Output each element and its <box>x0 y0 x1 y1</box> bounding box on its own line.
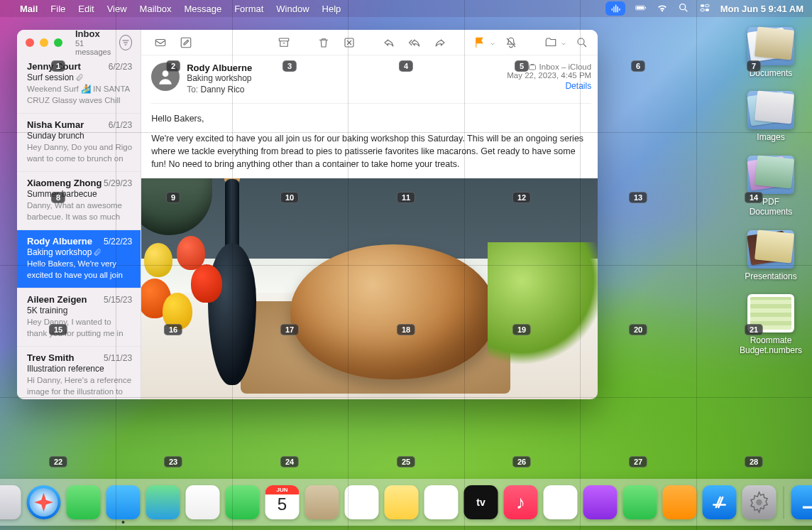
archive-button[interactable] <box>272 33 296 52</box>
dock-maps[interactable] <box>146 485 180 519</box>
attachment-icon <box>75 73 84 82</box>
dock-reminders[interactable] <box>345 485 379 519</box>
move-menu-chevron[interactable]: ⌵ <box>561 38 566 46</box>
dock-facetime[interactable] <box>226 485 260 519</box>
dock-safari[interactable] <box>27 485 61 519</box>
dock-notes[interactable] <box>385 485 419 519</box>
dock-appstore[interactable] <box>703 485 737 519</box>
message-item[interactable]: Xiaomeng Zhong5/29/23 Summer barbecue Da… <box>17 172 141 230</box>
msg-preview: Weekend Surf 🏄 IN SANTA CRUZ Glassy wave… <box>27 84 132 106</box>
body-text: We're very excited to have you all join … <box>151 132 591 171</box>
msg-date: 5/11/23 <box>104 353 132 363</box>
flag-button[interactable] <box>468 33 492 52</box>
mail-content: ⌵ ⌵ Rody Albuerne Baking workshop To: Da… <box>141 30 598 399</box>
svg-rect-15 <box>529 65 535 70</box>
dock-pages[interactable] <box>663 485 697 519</box>
get-mail-button[interactable] <box>148 33 172 52</box>
dock-settings[interactable] <box>742 485 777 519</box>
spotlight-icon[interactable] <box>678 2 689 16</box>
message-item[interactable]: Nisha Kumar6/1/23 Sunday brunch Hey Dann… <box>17 114 141 172</box>
reply-button[interactable] <box>377 33 401 52</box>
msg-subject: Baking workshop <box>27 247 132 257</box>
control-center-icon[interactable] <box>699 2 710 16</box>
msg-preview: Hey Danny, Do you and Rigo want to come … <box>27 142 132 164</box>
svg-rect-6 <box>705 4 708 6</box>
dock-music[interactable]: ♪ <box>504 485 538 519</box>
dock-news[interactable] <box>544 485 578 519</box>
menu-mailbox[interactable]: Mailbox <box>140 4 172 14</box>
dock: JUN5tv♪ <box>0 479 812 526</box>
mute-button[interactable] <box>499 33 523 52</box>
compose-button[interactable] <box>174 33 198 52</box>
menu-file[interactable]: File <box>50 4 65 14</box>
desktop-folder-images[interactable]: Images <box>740 91 802 142</box>
details-link[interactable]: Details <box>507 81 591 91</box>
menu-help[interactable]: Help <box>322 4 341 14</box>
forward-button[interactable] <box>428 33 452 52</box>
reply-all-button[interactable] <box>402 33 427 52</box>
menu-window[interactable]: Window <box>276 4 309 14</box>
flag-menu-chevron[interactable]: ⌵ <box>490 38 495 46</box>
svg-rect-1 <box>636 6 643 9</box>
message-item[interactable]: Aileen Zeigen5/15/23 5K training Hey Dan… <box>17 288 141 347</box>
svg-point-14 <box>163 70 169 77</box>
msg-preview: Hi Danny, Here's a reference image for t… <box>27 375 132 397</box>
msg-date: 5/15/23 <box>104 295 132 305</box>
dock-numbers[interactable] <box>623 485 657 519</box>
msg-from: Nisha Kumar <box>27 119 84 130</box>
battery-icon[interactable] <box>635 2 647 16</box>
move-button[interactable] <box>539 33 563 52</box>
msg-from: Aileen Zeigen <box>27 294 87 305</box>
menu-format[interactable]: Format <box>234 4 263 14</box>
dock-mail[interactable] <box>106 485 141 519</box>
menu-view[interactable]: View <box>107 4 127 14</box>
msg-date: 5/29/23 <box>104 178 132 188</box>
body-greeting: Hello Bakers, <box>151 112 591 125</box>
search-button[interactable] <box>570 33 594 52</box>
window-zoom-button[interactable] <box>54 38 62 47</box>
mailbox-title: Inbox <box>75 30 114 39</box>
dock-contacts[interactable] <box>305 485 339 519</box>
dock-freeform[interactable] <box>424 485 459 519</box>
dock-messages[interactable] <box>67 485 101 519</box>
svg-line-4 <box>685 9 687 11</box>
desktop-folder-documents[interactable]: Documents <box>740 27 802 78</box>
window-minimize-button[interactable] <box>40 38 48 47</box>
filter-button[interactable] <box>119 35 132 50</box>
message-attachment-image <box>141 178 598 400</box>
desktop-folder-pdf[interactable]: PDF Documents <box>740 156 802 217</box>
svg-point-13 <box>578 38 584 45</box>
message-item[interactable]: Rody Albuerne5/22/23 Baking workshop Hel… <box>17 230 141 288</box>
svg-rect-8 <box>705 9 708 11</box>
svg-rect-7 <box>701 9 704 11</box>
menu-edit[interactable]: Edit <box>78 4 94 14</box>
dock-downloads[interactable] <box>791 485 813 519</box>
menu-message[interactable]: Message <box>184 4 221 14</box>
msg-from: Jenny Court <box>27 61 81 72</box>
delete-button[interactable] <box>312 33 336 52</box>
msg-subject: Illustration reference <box>27 364 132 374</box>
dock-calendar[interactable]: JUN5 <box>265 485 300 519</box>
svg-rect-2 <box>644 6 645 8</box>
msg-preview: Hello Bakers, We're very excited to have… <box>27 259 132 281</box>
wifi-icon[interactable] <box>657 2 668 16</box>
voice-control-icon[interactable] <box>605 1 625 16</box>
dock-launchpad[interactable] <box>0 485 21 519</box>
junk-button[interactable] <box>337 33 361 52</box>
desktop-file-budget[interactable]: Roommate Budget.numbers <box>740 294 802 356</box>
menubar-clock[interactable]: Mon Jun 5 9:41 AM <box>720 4 803 14</box>
dock-photos[interactable] <box>186 485 220 519</box>
app-menu[interactable]: Mail <box>20 4 38 14</box>
msg-subject: Summer barbecue <box>27 189 132 199</box>
dock-separator <box>784 486 784 519</box>
message-item[interactable]: Jenny Court6/2/23 Surf session Weekend S… <box>17 55 141 114</box>
dock-tv[interactable]: tv <box>464 485 498 519</box>
window-close-button[interactable] <box>26 38 34 47</box>
message-list[interactable]: Jenny Court6/2/23 Surf session Weekend S… <box>17 55 141 399</box>
mail-titlebar: Inbox 51 messages <box>17 30 141 55</box>
message-item[interactable]: Trev Smith5/11/23 Illustration reference… <box>17 347 141 399</box>
svg-rect-10 <box>181 38 191 48</box>
mail-toolbar: ⌵ ⌵ <box>141 30 598 55</box>
dock-podcasts[interactable] <box>583 485 618 519</box>
desktop-folder-presentations[interactable]: Presentations <box>740 230 802 281</box>
